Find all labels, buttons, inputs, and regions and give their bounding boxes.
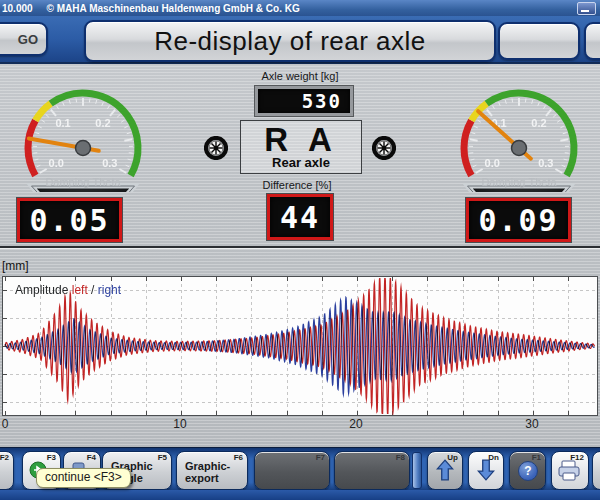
page-title: Re-display of rear axle [84,20,496,62]
help-icon: ? [518,461,538,481]
damping-right-display: 0.09 [466,198,571,242]
damping-gauge-left [8,80,158,192]
plot-legend: Amplitude left / right [15,283,121,297]
minimize-button[interactable] [577,2,596,15]
x-tick-label: 10 [173,417,186,431]
panel-separator [0,246,600,250]
printer-icon [557,460,581,482]
wheel-icon-left [204,136,228,160]
copyright-text: © MAHA Maschinenbau Haldenwang GmbH & Co… [47,3,300,14]
difference-label: Difference [%] [217,179,377,191]
f3-key-label: F3 [47,453,56,462]
legend-right: right [98,283,121,297]
axle-weight-label: Axle weight [kg] [220,70,380,82]
app-window: 10.000 © MAHA Maschinenbau Haldenwang Gm… [0,0,600,500]
f1-key-label: F1 [532,453,541,462]
window-titlebar: 10.000 © MAHA Maschinenbau Haldenwang Gm… [0,0,600,16]
app-version: 10.000 [2,3,33,14]
go-button[interactable]: GO [0,22,48,56]
f8-key-label: F8 [396,453,405,462]
f5-key-label: F5 [158,453,167,462]
chart-unit-label: [mm] [2,259,29,273]
header-right-button[interactable] [498,22,580,60]
arrow-up-icon [436,458,454,482]
toolbar-separator-handle[interactable] [412,452,422,489]
axle-weight-display: 530 [255,86,353,116]
axle-name: Rear axle [272,155,330,170]
legend-amplitude: Amplitude [15,283,68,297]
x-tick-label: 20 [349,417,362,431]
f6-key-label: F6 [234,453,243,462]
f7-button[interactable]: F7 [254,451,330,490]
difference-display: 44 [267,194,333,240]
f8-button[interactable]: F8 [334,451,410,490]
help-button[interactable]: F1 ? [509,451,546,490]
header-bar: GO Re-display of rear axle [0,16,600,64]
axle-code: R A [264,125,338,155]
x-tick-label: 0 [2,417,9,431]
x-axis-labels: 0 10 20 30 [0,417,600,433]
damping-left-display: 0.05 [17,198,122,242]
legend-separator: / [91,283,94,297]
print-button[interactable]: F12 [551,451,589,490]
page-down-button[interactable]: Dn [468,451,504,490]
legend-left: left [72,283,88,297]
arrow-down-icon [477,458,495,482]
graphic-export-button[interactable]: F6 Graphic-export [176,451,248,490]
minimize-icon [581,10,589,12]
page-up-button[interactable]: Up [427,451,463,490]
x-tick-label: 30 [525,417,538,431]
f2-button-partial[interactable]: F2 [0,451,14,490]
damping-gauge-right [444,80,594,192]
wheel-icon-right [372,136,396,160]
bottom-strip [0,490,600,500]
continue-tooltip: continue <F3> [36,468,131,488]
f4-key-label: F4 [87,453,96,462]
waveform-canvas [3,277,597,415]
amplitude-plot: Amplitude left / right [2,276,598,416]
f7-key-label: F7 [316,453,325,462]
header-right-button-partial[interactable] [584,22,600,60]
axle-indicator-box: R A Rear axle [240,120,362,174]
toolbar-button-partial[interactable] [592,451,600,490]
f2-key-label: F2 [0,453,9,462]
